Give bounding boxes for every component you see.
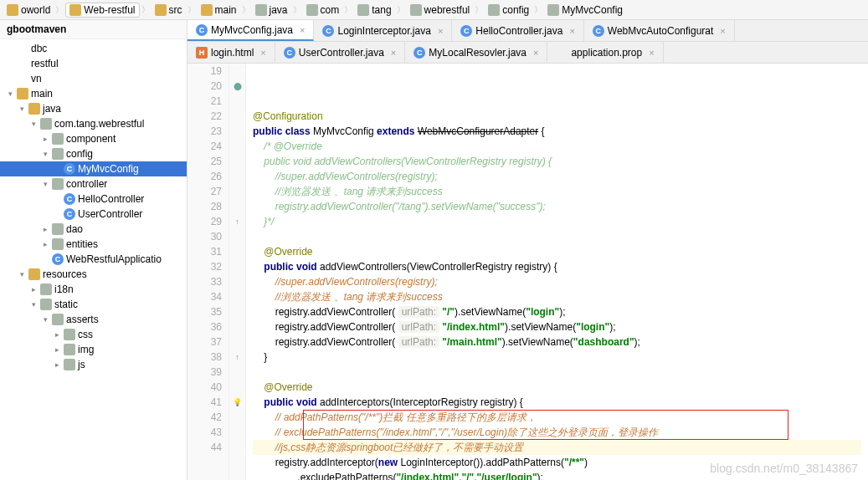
tree-item[interactable]: ▾com.tang.webrestful: [0, 116, 187, 131]
code-line[interactable]: registry.addViewController( urlPath: "/"…: [253, 304, 861, 319]
line-number: 25: [194, 154, 222, 169]
code-line[interactable]: registry.addViewController("/tang").setV…: [253, 199, 861, 214]
code-line[interactable]: //super.addViewControllers(registry);: [253, 274, 861, 289]
expand-icon[interactable]: ▸: [29, 285, 38, 294]
tree-item[interactable]: CWebRestfulApplicatio: [0, 252, 187, 267]
code-line[interactable]: public void addViewControllers(ViewContr…: [253, 259, 861, 274]
code-line[interactable]: //super.addViewControllers(registry);: [253, 169, 861, 184]
line-number: 36: [194, 319, 222, 334]
tree-item[interactable]: ▾main: [0, 86, 187, 101]
tree-item[interactable]: ▸js: [0, 357, 187, 372]
tree-item[interactable]: ▾resources: [0, 267, 187, 282]
tree-label: asserts: [66, 314, 99, 325]
package-icon: [40, 299, 52, 310]
code-line[interactable]: registry.addInterceptor(new LoginInterce…: [253, 455, 861, 470]
code-line[interactable]: @Override: [253, 244, 861, 259]
expand-icon[interactable]: ▸: [41, 225, 49, 233]
tree-item[interactable]: ▾static: [0, 297, 187, 312]
expand-icon[interactable]: ▾: [41, 150, 49, 158]
editor-tab[interactable]: application.prop×: [547, 42, 663, 63]
tree-item[interactable]: vn: [0, 71, 187, 86]
expand-icon[interactable]: ▸: [53, 345, 61, 354]
close-icon[interactable]: ×: [533, 48, 538, 58]
tree-item[interactable]: restful: [0, 56, 187, 71]
expand-icon[interactable]: ▾: [6, 89, 14, 98]
expand-icon[interactable]: ▾: [18, 270, 26, 278]
expand-icon[interactable]: ▸: [41, 240, 49, 248]
chevron-icon: 〉: [397, 4, 405, 16]
tree-item[interactable]: ▸css: [0, 327, 187, 342]
code-line[interactable]: public class MyMvcConfig extends WebMvcC…: [253, 124, 861, 139]
close-icon[interactable]: ×: [649, 48, 654, 58]
close-icon[interactable]: ×: [438, 26, 443, 36]
expand-icon[interactable]: ▾: [41, 180, 49, 188]
editor-tab[interactable]: CWebMvcAutoConfigurat×: [584, 20, 735, 41]
code-content[interactable]: @Configurationpublic class MyMvcConfig e…: [246, 64, 868, 480]
breadcrumb-item[interactable]: config: [485, 3, 532, 17]
breadcrumb-item[interactable]: Web-restful: [65, 3, 139, 18]
code-line[interactable]: //浏览器发送 、tang 请求来到success: [253, 184, 861, 199]
tree-item[interactable]: ▸dao: [0, 222, 187, 237]
tree-item[interactable]: CHelloController: [0, 191, 187, 207]
tree-item[interactable]: ▸img: [0, 342, 187, 357]
expand-icon[interactable]: ▾: [18, 105, 26, 113]
code-line[interactable]: /* @Override: [253, 139, 861, 154]
tree-item[interactable]: ▸entities: [0, 237, 187, 252]
code-line[interactable]: public void addViewControllers(ViewContr…: [253, 154, 861, 169]
code-line[interactable]: .excludePathPatterns("/index.html","/","…: [253, 470, 861, 480]
code-line[interactable]: //浏览器发送 、tang 请求来到success: [253, 289, 861, 304]
editor-tab[interactable]: CHelloController.java×: [452, 20, 584, 41]
expand-icon[interactable]: ▾: [29, 300, 38, 309]
code-line[interactable]: [253, 229, 861, 244]
code-line[interactable]: }*/: [253, 214, 861, 229]
code-line[interactable]: @Override: [253, 380, 861, 395]
expand-icon[interactable]: ▾: [29, 120, 38, 128]
tree-item[interactable]: ▾config: [0, 146, 187, 161]
code-line[interactable]: [253, 365, 861, 380]
editor-tab[interactable]: CMyLocalResovler.java×: [405, 42, 547, 63]
tree-item[interactable]: ▾java: [0, 101, 187, 116]
code-line[interactable]: // excludePathPatterns("/index.html","/"…: [253, 425, 861, 440]
tree-item[interactable]: dbc: [0, 41, 187, 56]
editor-tab[interactable]: CUserController.java×: [275, 42, 405, 63]
code-line[interactable]: public void addInterceptors(InterceptorR…: [253, 395, 861, 410]
breadcrumb-item[interactable]: MyMvcConfig: [544, 3, 626, 17]
breadcrumb-item[interactable]: com: [303, 3, 343, 17]
project-tree[interactable]: dbcrestfulvn▾main▾java▾com.tang.webrestf…: [0, 39, 187, 374]
breadcrumb-item[interactable]: oworld: [3, 3, 54, 17]
breadcrumb-item[interactable]: java: [252, 3, 291, 17]
expand-icon[interactable]: ▸: [53, 330, 61, 339]
code-line[interactable]: }: [253, 350, 861, 365]
code-line[interactable]: registry.addViewController( urlPath: "/m…: [253, 334, 861, 350]
editor-tab[interactable]: Hlogin.html×: [187, 42, 275, 63]
code-editor[interactable]: 1920212223242526272829303132333435363738…: [187, 64, 868, 480]
tree-item[interactable]: ▸i18n: [0, 282, 187, 297]
gutter-icon: [229, 154, 245, 169]
tree-item[interactable]: CMyMvcConfig: [0, 161, 187, 176]
code-line[interactable]: @Configuration: [253, 109, 861, 124]
code-line[interactable]: //js,css静态资源springboot已经做好了，不需要手动设置: [253, 440, 861, 455]
breadcrumb-item[interactable]: tang: [354, 3, 394, 17]
tree-item[interactable]: ▾controller: [0, 176, 187, 191]
expand-icon[interactable]: ▾: [41, 315, 49, 324]
tree-item[interactable]: ▾asserts: [0, 312, 187, 327]
expand-icon[interactable]: ▸: [53, 360, 61, 369]
class-icon: C: [64, 208, 75, 220]
breadcrumb-item[interactable]: main: [198, 3, 240, 17]
close-icon[interactable]: ×: [720, 26, 725, 36]
close-icon[interactable]: ×: [569, 26, 574, 36]
close-icon[interactable]: ×: [300, 25, 305, 35]
package-icon: [52, 223, 64, 235]
breadcrumb-item[interactable]: src: [152, 3, 186, 17]
tree-item[interactable]: ▸component: [0, 131, 187, 146]
expand-icon[interactable]: ▸: [41, 135, 49, 143]
close-icon[interactable]: ×: [391, 48, 396, 58]
editor-tab[interactable]: CLoginInterceptor.java×: [314, 20, 452, 41]
tree-item[interactable]: CUserController: [0, 207, 187, 222]
editor-tab[interactable]: CMyMvcConfig.java×: [187, 20, 314, 41]
editor-tabs-row-2: Hlogin.html×CUserController.java×CMyLoca…: [187, 42, 868, 64]
code-line[interactable]: // addPathPatterns("/**")拦截 任意多重路径下的多层请求…: [253, 410, 861, 425]
breadcrumb-item[interactable]: webrestful: [407, 3, 474, 17]
code-line[interactable]: registry.addViewController( urlPath: "/i…: [253, 319, 861, 334]
close-icon[interactable]: ×: [260, 48, 265, 58]
